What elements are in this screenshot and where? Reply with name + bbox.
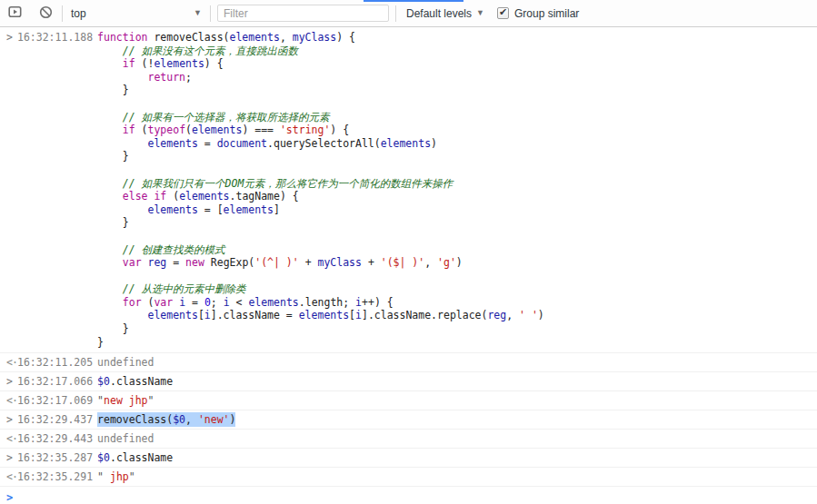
message-text: undefined (97, 356, 154, 369)
code-token: ] (274, 203, 280, 216)
code-line: if (typeof(elements) === 'string') { (97, 124, 808, 137)
code-token: '(^| )' (254, 256, 298, 269)
code-token: i (204, 309, 211, 321)
code-token: elements (248, 296, 298, 309)
code-token (97, 190, 123, 203)
code-token: return (147, 71, 185, 84)
command-chevron-icon: > (0, 375, 17, 388)
javascript-context-selector[interactable]: top ▼ (71, 4, 205, 24)
code-token (97, 309, 147, 321)
code-token: // 从选中的元素中删除类 (97, 282, 245, 295)
prompt-chevron-icon: > (6, 491, 13, 504)
code-line: var reg = new RegExp('(^| )' + myClass +… (97, 256, 808, 270)
code-line: else if (elements.tagName) { (97, 190, 808, 203)
code-token: ' ' (519, 309, 538, 321)
clear-console-button[interactable] (34, 2, 57, 25)
code-token: function (97, 31, 147, 44)
code-token: ) { (336, 31, 355, 44)
timestamp: 16:32:29.443 (17, 432, 93, 445)
timestamp: 16:32:11.205 (17, 356, 93, 369)
code-token: " (129, 470, 135, 483)
code-token: removeClass( (147, 31, 229, 44)
code-token: elements (299, 309, 349, 321)
code-token: , (506, 309, 519, 321)
code-token: } (97, 216, 129, 229)
message-text: removeClass($0, 'new') (97, 413, 235, 426)
toolbar-divider (210, 5, 211, 22)
filter-input[interactable] (217, 5, 389, 22)
code-token: RegExp( (204, 256, 254, 269)
code-token: undefined (97, 356, 154, 369)
console-messages: <·16:32:11.205undefined>16:32:17.066$0.c… (0, 352, 817, 486)
code-token: 'new' (198, 413, 230, 426)
code-token: // 创建查找类的模式 (97, 243, 224, 256)
console-command-row: >16:32:17.066$0.className (0, 371, 817, 390)
code-token: .tagName) { (230, 190, 299, 203)
code-line: // 创建查找类的模式 (97, 243, 808, 257)
timestamp: 16:32:11.188 (17, 31, 93, 44)
code-token: + (362, 256, 381, 269)
code-line: elements = document.querySelectorAll(ele… (97, 137, 808, 151)
console-log-area: > 16:32:11.188 function removeClass(elem… (0, 27, 817, 504)
code-line: } (97, 150, 808, 163)
show-console-sidebar-button[interactable] (3, 2, 26, 25)
code-token: ( (142, 296, 154, 309)
code-token: ++) { (362, 296, 394, 309)
code-token: removeClass( (97, 413, 173, 426)
code-token: jhp (104, 470, 129, 483)
code-token: $0 (97, 375, 110, 388)
code-token: else (123, 190, 148, 203)
code-token: myClass (293, 31, 336, 44)
code-token: } (97, 336, 104, 349)
code-token: ( (135, 124, 148, 136)
console-result-row: <·16:32:17.069"new jhp" (0, 390, 817, 410)
code-token: '($| )' (381, 256, 424, 269)
code-token: elements (179, 190, 229, 203)
code-token: new jhp (104, 394, 147, 407)
code-token (97, 124, 123, 136)
message-text: $0.className (97, 375, 173, 388)
code-token: = (166, 256, 185, 269)
code-token: i (355, 309, 362, 321)
message-text: " jhp" (97, 470, 135, 483)
console-prompt[interactable]: > (0, 486, 817, 504)
code-line: return; (97, 71, 808, 84)
code-token: var (123, 256, 142, 269)
code-token: , (280, 31, 293, 44)
message-text: "new jhp" (97, 394, 154, 407)
code-token: 'string' (280, 124, 330, 136)
code-token: = [ (198, 203, 224, 216)
code-token: $0 (97, 451, 110, 464)
command-chevron-icon: > (0, 31, 17, 44)
log-levels-dropdown[interactable]: Default levels ▼ (406, 7, 484, 20)
code-line: // 从选中的元素中删除类 (97, 282, 808, 296)
code-line: } (97, 336, 808, 350)
code-line: } (97, 84, 808, 97)
message-text: undefined (97, 432, 154, 445)
code-token: } (97, 150, 129, 163)
command-chevron-icon: > (0, 413, 17, 426)
code-line: function removeClass(elements, myClass) … (97, 31, 808, 44)
code-token: = (198, 137, 217, 150)
code-line: for (var i = 0; i < elements.length; i++… (97, 296, 808, 310)
code-token: = (185, 296, 204, 309)
code-token: new (185, 256, 204, 269)
code-token: i (355, 296, 362, 309)
code-token: document (217, 137, 267, 150)
code-token: 0 (204, 296, 211, 309)
toolbar-divider (62, 5, 63, 22)
code-token: // 如果有一个选择器，将获取所选择的元素 (97, 111, 329, 124)
result-arrow-icon: <· (0, 432, 17, 445)
code-line: // 如果我们只有一个DOM元素，那么将它作为一个简化的数组件来操作 (97, 177, 808, 191)
code-token: < (230, 296, 249, 309)
code-token: ].className.replace( (362, 309, 487, 321)
timestamp: 16:32:35.287 (17, 451, 93, 464)
message-text: $0.className (97, 451, 173, 464)
code-line: } (97, 216, 808, 230)
code-token: elements (224, 203, 274, 216)
code-token: ) (230, 413, 236, 426)
group-similar-checkbox[interactable]: ✔ (497, 7, 509, 19)
console-result-row: <·16:32:11.205undefined (0, 352, 817, 371)
result-arrow-icon: <· (0, 470, 17, 483)
code-token: .className (110, 375, 173, 388)
